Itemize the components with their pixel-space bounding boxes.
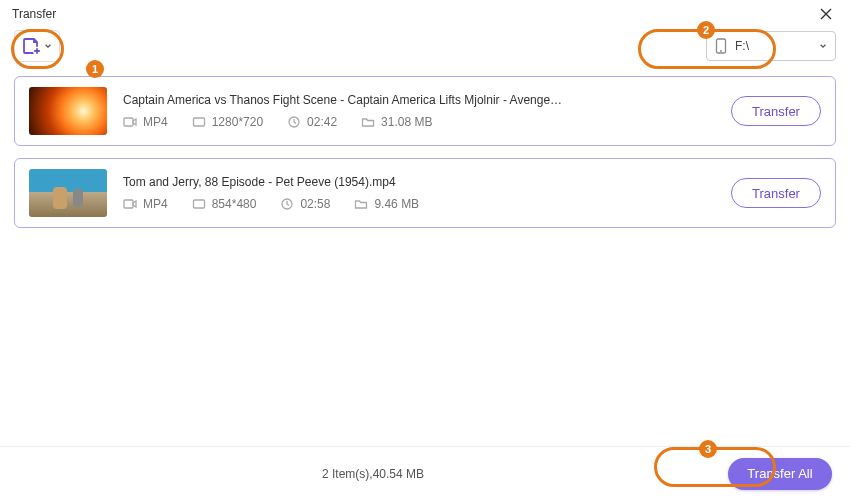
file-card: Captain America vs Thanos Fight Scene - … [14,76,836,146]
destination-label: F:\ [735,39,811,53]
duration-chip: 02:42 [287,115,337,129]
resolution-chip: 1280*720 [192,115,263,129]
file-details: MP4 1280*720 02:42 31.08 MB [123,115,715,129]
titlebar: Transfer [0,0,850,24]
svg-rect-4 [193,118,204,126]
video-icon [123,116,137,128]
video-thumbnail [29,87,107,135]
transfer-button[interactable]: Transfer [731,96,821,126]
file-meta: Tom and Jerry, 88 Episode - Pet Peeve (1… [123,175,715,211]
file-details: MP4 854*480 02:58 9.46 MB [123,197,715,211]
file-name: Tom and Jerry, 88 Episode - Pet Peeve (1… [123,175,563,189]
resolution-icon [192,116,206,128]
phone-icon [715,38,727,54]
close-button[interactable] [812,3,840,25]
add-file-icon [22,37,42,55]
close-icon [820,8,832,20]
format-chip: MP4 [123,197,168,211]
footer: 2 Item(s),40.54 MB Transfer All [0,446,850,500]
svg-rect-7 [193,200,204,208]
items-summary: 2 Item(s),40.54 MB [18,467,728,481]
clock-icon [280,198,294,210]
file-name: Captain America vs Thanos Fight Scene - … [123,93,563,107]
video-icon [123,198,137,210]
transfer-window: Transfer F:\ [0,0,850,500]
file-card: Tom and Jerry, 88 Episode - Pet Peeve (1… [14,158,836,228]
svg-point-2 [720,50,722,52]
chevron-down-icon [44,42,52,50]
video-thumbnail [29,169,107,217]
format-chip: MP4 [123,115,168,129]
svg-rect-3 [124,118,133,126]
chevron-down-icon [819,42,827,50]
window-title: Transfer [12,7,56,21]
clock-icon [287,116,301,128]
transfer-button[interactable]: Transfer [731,178,821,208]
add-file-button[interactable] [14,30,60,62]
folder-icon [361,116,375,128]
resolution-icon [192,198,206,210]
duration-chip: 02:58 [280,197,330,211]
size-chip: 9.46 MB [354,197,419,211]
svg-rect-6 [124,200,133,208]
file-meta: Captain America vs Thanos Fight Scene - … [123,93,715,129]
size-chip: 31.08 MB [361,115,432,129]
file-list: Captain America vs Thanos Fight Scene - … [0,68,850,446]
folder-icon [354,198,368,210]
toolbar: F:\ [0,24,850,68]
destination-dropdown[interactable]: F:\ [706,31,836,61]
transfer-all-button[interactable]: Transfer All [728,458,832,490]
resolution-chip: 854*480 [192,197,257,211]
